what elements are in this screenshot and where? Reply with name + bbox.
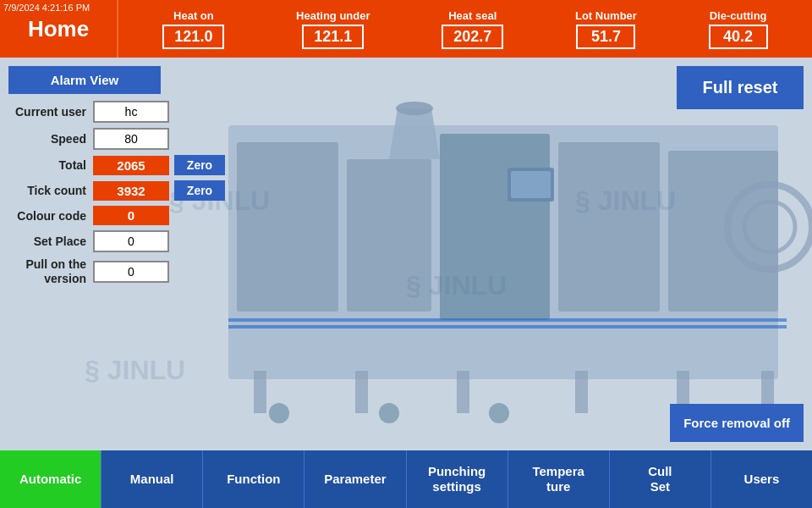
svg-rect-6 [668,151,778,312]
nav-btn-parameter[interactable]: Parameter [304,450,406,508]
current-user-input[interactable] [93,101,169,123]
set-place-label: Set Place [8,235,93,248]
total-row: Total 2065 Zero [8,155,245,175]
bottom-nav: AutomaticManualFunctionParameterPunching… [0,450,812,508]
tick-count-label: Tick count [8,184,93,197]
nav-btn-manual[interactable]: Manual [102,450,203,508]
svg-text:§ JINLU: § JINLU [575,185,676,216]
svg-rect-2 [237,142,338,312]
svg-rect-15 [457,371,469,413]
svg-marker-7 [389,108,440,159]
total-label: Total [8,158,93,172]
svg-rect-12 [511,171,551,198]
metrics-bar: Heat on 121.0 Heating under 121.1 Heat s… [118,0,812,58]
nav-btn-automatic[interactable]: Automatic [0,450,102,508]
metric-label-0: Heat on [173,9,214,22]
set-place-row: Set Place [8,230,245,252]
nav-btn-punching-settings[interactable]: Punchingsettings [407,450,508,508]
metric-item-3: Lot Number 51.7 [575,9,637,49]
total-value: 2065 [93,156,169,175]
svg-rect-13 [254,371,266,413]
metric-item-0: Heat on 121.0 [162,9,224,49]
home-label: Home [28,16,89,42]
metric-value-1: 121.1 [302,25,364,49]
top-bar: 7/9/2024 4:21:16 PM Home Heat on 121.0 H… [0,0,812,58]
left-panel: Alarm View Current user Speed Total 2065… [8,66,245,291]
svg-rect-5 [558,142,660,312]
svg-text:§ JINLU: § JINLU [406,270,507,301]
svg-point-22 [379,403,399,423]
current-user-label: Current user [8,105,93,119]
current-user-row: Current user [8,101,245,123]
metric-value-3: 51.7 [576,25,635,49]
metric-item-2: Heat seal 202.7 [442,9,503,49]
nav-btn-users[interactable]: Users [711,450,812,508]
right-panel: Full reset [677,66,804,109]
svg-point-8 [396,102,433,115]
alarm-view-button[interactable]: Alarm View [8,66,161,94]
force-removal-button[interactable]: Force removal off [670,404,804,442]
datetime: 7/9/2024 4:21:16 PM [3,3,90,13]
speed-input[interactable] [93,128,169,150]
pull-version-label: Pull on theversion [8,257,93,286]
pull-version-row: Pull on theversion [8,257,245,286]
metric-item-4: Die-cutting 40.2 [709,9,768,49]
colour-code-value: 0 [93,206,169,225]
speed-label: Speed [8,132,93,146]
pull-version-input[interactable] [93,261,169,283]
full-reset-button[interactable]: Full reset [677,66,804,109]
svg-text:§ JINLU: § JINLU [85,355,185,385]
metric-value-4: 40.2 [709,25,768,49]
metric-value-2: 202.7 [442,25,503,49]
main-area: § JINLU § JINLU § JINLU § JINLU Alarm Vi… [0,58,812,450]
colour-code-row: Colour code 0 [8,206,245,225]
svg-rect-14 [355,371,368,413]
speed-row: Speed [8,128,245,150]
tick-count-value: 3932 [93,181,169,201]
set-place-input[interactable] [93,230,169,252]
metric-label-3: Lot Number [575,9,637,22]
metric-value-0: 121.0 [162,25,224,49]
colour-code-label: Colour code [8,209,93,223]
metric-item-1: Heating under 121.1 [296,9,370,49]
nav-btn-tempera-ture[interactable]: Temperature [508,450,610,508]
nav-btn-cull-set[interactable]: CullSet [610,450,711,508]
tick-count-row: Tick count 3932 Zero [8,180,245,201]
tick-count-zero-button[interactable]: Zero [174,180,225,201]
svg-rect-16 [575,371,588,413]
total-zero-button[interactable]: Zero [174,155,225,175]
metric-label-1: Heating under [296,9,370,22]
svg-point-21 [269,403,289,423]
metric-label-4: Die-cutting [710,9,767,22]
nav-btn-function[interactable]: Function [203,450,304,508]
svg-point-23 [489,403,509,423]
metric-label-2: Heat seal [448,9,497,22]
